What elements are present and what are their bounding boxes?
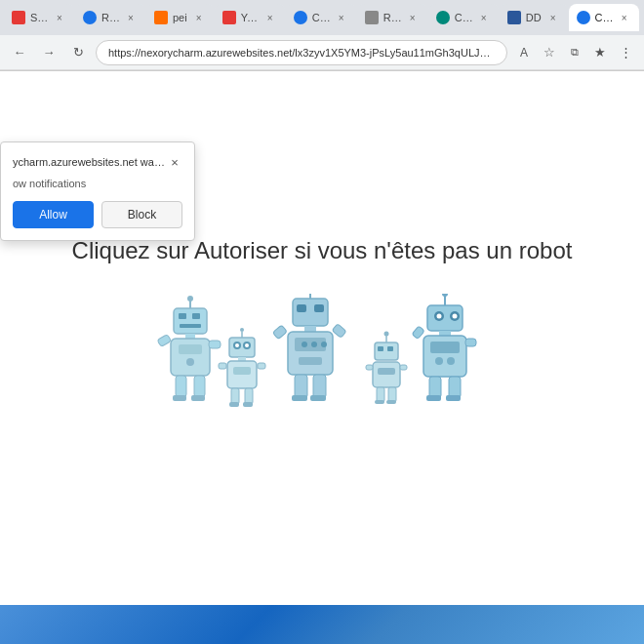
tab-favicon-clic2 — [436, 11, 450, 24]
svg-rect-72 — [430, 342, 460, 353]
svg-rect-7 — [171, 339, 210, 376]
tab-you[interactable]: You × — [215, 4, 285, 31]
toolbar-icons: A ☆ ⧉ ★ ⋮ — [513, 42, 636, 63]
tab-favicon-clic3 — [577, 11, 590, 24]
svg-rect-58 — [400, 365, 407, 370]
reader-mode-icon[interactable]: A — [513, 42, 535, 63]
svg-rect-10 — [157, 335, 171, 347]
svg-rect-80 — [446, 395, 461, 401]
svg-rect-11 — [209, 341, 221, 348]
svg-point-9 — [186, 358, 194, 366]
tab-bar-container: Sak × Rep × pei × You × — [0, 0, 644, 71]
svg-rect-8 — [179, 344, 202, 354]
svg-rect-43 — [299, 357, 322, 365]
tab-bar: Sak × Rep × pei × You × — [0, 0, 644, 35]
address-input[interactable]: https://nexorycharm.azurewebsites.net/lx… — [96, 40, 507, 65]
tab-close-sak[interactable]: × — [53, 11, 66, 24]
back-button[interactable]: ← — [8, 41, 31, 64]
tab-close-dd[interactable]: × — [546, 11, 560, 24]
tab-rep2[interactable]: Rep × — [357, 4, 427, 31]
page-heading: Cliquez sur Autoriser si vous n'êtes pas… — [72, 237, 573, 264]
favorites-icon[interactable]: ★ — [589, 42, 611, 63]
menu-icon[interactable]: ⋮ — [615, 42, 636, 63]
tab-label-clic1: Clic — [312, 12, 330, 23]
tab-close-clic2[interactable]: × — [477, 11, 491, 24]
tab-favicon-rep2 — [365, 11, 379, 24]
svg-rect-62 — [386, 400, 396, 404]
svg-rect-16 — [229, 338, 255, 357]
tab-rep1[interactable]: Rep × — [75, 4, 145, 31]
tab-clic1[interactable]: Clic × — [286, 4, 356, 31]
svg-rect-79 — [426, 395, 441, 401]
popup-close-button[interactable]: × — [167, 154, 182, 170]
tab-label-clic2: Clic — [455, 12, 472, 23]
tab-close-rep2[interactable]: × — [406, 11, 420, 24]
svg-point-19 — [235, 343, 239, 347]
svg-point-40 — [302, 342, 307, 347]
tab-pei[interactable]: pei × — [146, 4, 214, 31]
tab-label-sak: Sak — [30, 12, 48, 23]
main-content: ycharm.azurewebsites.net wants × ow noti… — [0, 71, 644, 644]
tab-close-rep1[interactable]: × — [124, 11, 138, 24]
svg-rect-56 — [378, 368, 395, 375]
svg-rect-12 — [176, 376, 186, 397]
tab-close-you[interactable]: × — [263, 11, 277, 24]
svg-point-22 — [240, 328, 244, 332]
tab-label-dd: DD — [526, 12, 542, 23]
svg-rect-34 — [314, 304, 324, 312]
svg-rect-60 — [388, 387, 396, 402]
svg-rect-13 — [194, 376, 205, 397]
svg-point-41 — [311, 342, 317, 347]
tab-close-clic3[interactable]: × — [618, 11, 631, 24]
tab-clic2[interactable]: Clic × — [428, 4, 499, 31]
svg-rect-28 — [231, 388, 239, 404]
svg-rect-47 — [313, 375, 326, 398]
svg-rect-75 — [412, 326, 424, 340]
tab-sak[interactable]: Sak × — [4, 4, 74, 31]
svg-point-5 — [187, 296, 193, 302]
tab-rej[interactable]: Rej × — [640, 4, 644, 31]
robots-illustration — [156, 294, 488, 421]
forward-button[interactable]: → — [37, 41, 60, 64]
svg-rect-77 — [429, 377, 441, 398]
bookmark-icon[interactable]: ☆ — [539, 42, 560, 63]
tab-favicon-you — [222, 11, 236, 24]
tab-label-rep2: Rep — [383, 12, 401, 23]
svg-rect-14 — [173, 395, 186, 401]
svg-point-74 — [447, 357, 455, 365]
svg-point-69 — [442, 294, 448, 297]
block-button[interactable]: Block — [101, 201, 182, 228]
split-view-icon[interactable]: ⧉ — [564, 42, 585, 63]
tab-close-pei[interactable]: × — [192, 11, 206, 24]
tab-favicon-dd — [507, 11, 521, 24]
tab-close-clic1[interactable]: × — [335, 11, 348, 24]
browser-window: Sak × Rep × pei × You × — [0, 0, 644, 644]
svg-rect-52 — [387, 346, 393, 351]
refresh-button[interactable]: ↻ — [66, 41, 90, 64]
svg-rect-44 — [272, 325, 287, 340]
svg-rect-59 — [377, 387, 384, 402]
svg-rect-27 — [258, 363, 265, 369]
svg-rect-61 — [375, 400, 384, 404]
notification-popup: ycharm.azurewebsites.net wants × ow noti… — [0, 141, 195, 241]
svg-rect-50 — [375, 342, 398, 360]
tab-favicon-clic1 — [294, 11, 307, 24]
svg-rect-2 — [192, 313, 200, 319]
svg-rect-37 — [304, 326, 316, 332]
robots-container — [156, 294, 488, 421]
svg-rect-33 — [297, 304, 306, 312]
taskbar — [0, 605, 644, 644]
svg-point-54 — [384, 332, 389, 337]
svg-point-73 — [435, 357, 443, 365]
tab-dd[interactable]: DD × — [500, 4, 568, 31]
svg-point-20 — [245, 343, 249, 347]
address-text: https://nexorycharm.azurewebsites.net/lx… — [108, 47, 495, 59]
allow-button[interactable]: Allow — [13, 201, 94, 228]
svg-point-67 — [453, 314, 458, 319]
svg-rect-29 — [245, 388, 253, 404]
tab-clic3[interactable]: Clic × — [569, 4, 639, 31]
svg-rect-3 — [180, 324, 201, 328]
tab-favicon-pei — [154, 11, 168, 24]
svg-rect-48 — [292, 395, 307, 401]
svg-rect-32 — [293, 299, 328, 326]
